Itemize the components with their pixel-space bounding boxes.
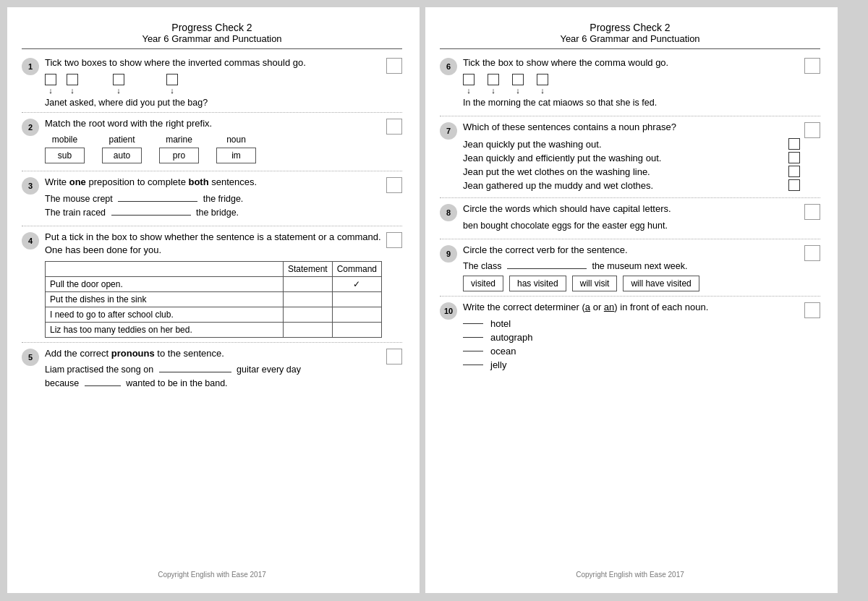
q9-score-box[interactable] (804, 245, 820, 261)
q4-number: 4 (22, 232, 39, 250)
q10-a: a (585, 302, 590, 312)
q9-blank[interactable] (507, 268, 587, 269)
q4-statement-4[interactable] (283, 322, 332, 337)
q2-score-box[interactable] (386, 119, 402, 135)
q5-blank2[interactable] (85, 385, 121, 386)
page1-title: Progress Check 2 (22, 22, 402, 33)
page-2: Progress Check 2 Year 6 Grammar and Punc… (425, 7, 838, 593)
q4-table: Statement Command Pull the door open. ✓ … (45, 261, 382, 338)
q4-sentence-1: Pull the door open. (46, 276, 284, 291)
checkbox[interactable] (512, 74, 524, 85)
prefix-auto: auto (102, 148, 142, 163)
q6-score-box[interactable] (804, 58, 820, 74)
page2-header: Progress Check 2 Year 6 Grammar and Punc… (440, 22, 820, 49)
question-5: 5 Add the correct pronouns to the senten… (22, 347, 402, 396)
q4-sentence-3: I need to go to after school club. (46, 307, 284, 322)
q10-noun-ocean: ocean (490, 346, 516, 357)
verb-will-have-visited[interactable]: will have visited (623, 276, 699, 291)
q6-sentence: In the morning the cat miaows so that sh… (463, 98, 800, 108)
q8-sentence: ben bought chocolate eggs for the easter… (463, 221, 800, 231)
q7-score-box[interactable] (804, 122, 820, 138)
checkbox[interactable] (45, 74, 56, 85)
q5-score-box[interactable] (386, 349, 402, 365)
q1-cb4: ↓ (166, 74, 178, 95)
q10-blank-hotel[interactable] (463, 323, 483, 324)
q1-score-box[interactable] (386, 58, 402, 74)
q10-blank-ocean[interactable] (463, 351, 483, 351)
q3-both: both (188, 176, 208, 187)
table-row: I need to go to after school club. (46, 307, 382, 322)
q3-score-box[interactable] (386, 177, 402, 193)
q4-command-2[interactable] (332, 291, 381, 307)
q7-checkbox1[interactable] (788, 138, 800, 150)
q10-blank-jelly[interactable] (463, 365, 483, 365)
table-row: Put the dishes in the sink (46, 291, 382, 307)
page1-header: Progress Check 2 Year 6 Grammar and Punc… (22, 22, 402, 49)
q7-checkbox4[interactable] (788, 179, 800, 191)
q10-det1: hotel (463, 318, 800, 329)
q4-statement-1[interactable] (283, 276, 332, 291)
table-row: Liz has too many teddies on her bed. (46, 322, 382, 337)
q8-number: 8 (440, 204, 457, 221)
q3-blank2[interactable] (111, 215, 191, 216)
q6-cb4: ↓ (537, 74, 548, 95)
question-2: 2 Match the root word with the right pre… (22, 117, 402, 171)
question-4: 4 Put a tick in the box to show whether … (22, 231, 402, 343)
q8-score-box[interactable] (804, 204, 820, 220)
q4-score-box[interactable] (386, 232, 402, 248)
q7-option4-text: Jean gathered up the muddy and wet cloth… (463, 180, 653, 191)
q9-sentence: The class the museum next week. (463, 261, 800, 271)
q4-command-3[interactable] (332, 307, 381, 322)
checkbox[interactable] (67, 74, 78, 85)
q1-text: Tick two boxes to show where the inverte… (45, 56, 382, 69)
q4-statement-2[interactable] (283, 291, 332, 307)
table-row: Pull the door open. ✓ (46, 276, 382, 291)
q7-option4: Jean gathered up the muddy and wet cloth… (463, 179, 800, 191)
q9-content: Circle the correct verb for the sentence… (463, 244, 800, 291)
q7-option2-text: Jean quickly and efficiently put the was… (463, 153, 661, 163)
verb-will-visit[interactable]: will visit (572, 276, 618, 291)
page2-subtitle: Year 6 Grammar and Punctuation (440, 33, 820, 44)
question-9: 9 Circle the correct verb for the senten… (440, 244, 820, 297)
q10-noun-autograph: autograph (490, 332, 533, 343)
q7-checkbox3[interactable] (788, 166, 800, 177)
verb-has-visited[interactable]: has visited (509, 276, 566, 291)
verb-visited[interactable]: visited (463, 276, 503, 291)
question-6: 6 Tick the box to show where the comma w… (440, 56, 820, 116)
q10-det3: ocean (463, 346, 800, 357)
q2-text: Match the root word with the right prefi… (45, 117, 382, 130)
q1-sentence: Janet asked, where did you put the bag? (45, 98, 382, 108)
q4-col-command: Command (332, 261, 381, 276)
q5-content: Add the correct pronouns to the sentence… (45, 347, 382, 392)
page-1: Progress Check 2 Year 6 Grammar and Punc… (7, 7, 420, 593)
word-noun: noun (216, 135, 256, 145)
checkbox[interactable] (463, 74, 475, 85)
q7-text: Which of these sentences contains a noun… (463, 121, 800, 134)
checkbox[interactable] (113, 74, 124, 85)
checkbox[interactable] (537, 74, 548, 85)
q6-number: 6 (440, 58, 457, 75)
q4-sentence-2: Put the dishes in the sink (46, 291, 284, 307)
q8-text: Circle the words which should have capit… (463, 203, 800, 216)
q6-checkboxes: ↓ ↓ ↓ ↓ (463, 74, 800, 95)
q4-text: Put a tick in the box to show whether th… (45, 231, 382, 257)
q4-command-4[interactable] (332, 322, 381, 337)
q6-content: Tick the box to show where the comma wou… (463, 56, 800, 111)
q10-blank-autograph[interactable] (463, 337, 483, 338)
q5-text: Add the correct pronouns to the sentence… (45, 347, 382, 360)
q3-sentence1: The mouse crept the fridge. (45, 194, 382, 204)
q10-noun-jelly: jelly (490, 359, 506, 370)
q7-checkbox2[interactable] (788, 152, 800, 163)
q4-statement-3[interactable] (283, 307, 332, 322)
q8-content: Circle the words which should have capit… (463, 203, 800, 234)
word-mobile: mobile (45, 135, 85, 145)
q10-score-box[interactable] (804, 302, 820, 318)
q3-blank1[interactable] (118, 201, 197, 202)
checkbox[interactable] (488, 74, 499, 85)
q6-cb1: ↓ (463, 74, 475, 95)
q9-number: 9 (440, 245, 457, 263)
q5-blank1[interactable] (159, 372, 231, 372)
q3-one: one (69, 176, 86, 187)
checkbox[interactable] (166, 74, 178, 85)
question-8: 8 Circle the words which should have cap… (440, 203, 820, 239)
